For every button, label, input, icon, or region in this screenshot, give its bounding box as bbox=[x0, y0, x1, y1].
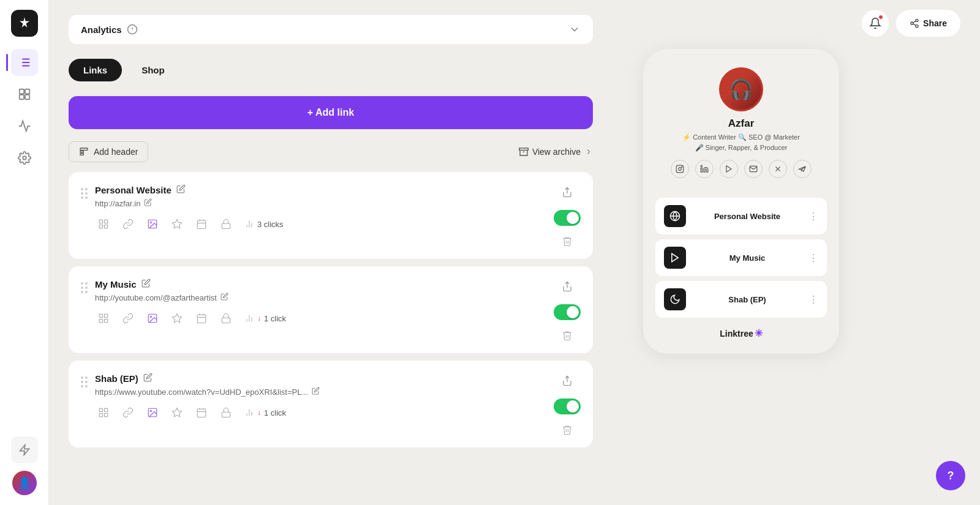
preview-link-shab-ep[interactable]: Shab (EP) ⋮ bbox=[655, 281, 827, 318]
svg-rect-35 bbox=[99, 314, 102, 317]
tool-schedule-1[interactable] bbox=[193, 215, 210, 233]
share-button[interactable]: Share bbox=[896, 10, 960, 37]
card-share-2[interactable] bbox=[562, 281, 573, 294]
toggle-1[interactable] bbox=[554, 210, 581, 226]
preview-link-label-2: My Music bbox=[693, 253, 801, 263]
user-avatar[interactable]: 👤 bbox=[12, 471, 37, 495]
page-wrapper: Share Analytics Links Shop + Add link bbox=[49, 0, 980, 505]
svg-point-40 bbox=[150, 316, 151, 317]
card-delete-3[interactable] bbox=[562, 424, 573, 438]
tool-schedule-3[interactable] bbox=[193, 404, 210, 421]
svg-point-6 bbox=[916, 19, 918, 21]
tab-links[interactable]: Links bbox=[69, 59, 122, 81]
tool-schedule-2[interactable] bbox=[193, 310, 210, 327]
clicks-count-1: 3 clicks bbox=[257, 220, 284, 229]
url-edit-icon-1[interactable] bbox=[144, 198, 152, 208]
drag-handle-2[interactable] bbox=[81, 279, 88, 293]
preview-link-more-2[interactable]: ⋮ bbox=[809, 252, 818, 264]
card-delete-1[interactable] bbox=[562, 236, 573, 249]
url-edit-icon-2[interactable] bbox=[221, 293, 228, 302]
tool-layout-1[interactable] bbox=[95, 215, 112, 233]
svg-rect-14 bbox=[80, 148, 88, 150]
social-icon-x[interactable] bbox=[769, 160, 787, 178]
svg-marker-72 bbox=[726, 166, 731, 173]
sidebar-logo[interactable] bbox=[11, 10, 38, 37]
preview-link-my-music[interactable]: My Music ⋮ bbox=[655, 239, 827, 276]
add-header-button[interactable]: Add header bbox=[69, 141, 148, 162]
tool-link-1[interactable] bbox=[119, 215, 137, 233]
svg-rect-36 bbox=[105, 314, 108, 317]
tool-star-1[interactable] bbox=[168, 215, 186, 233]
card-share-3[interactable] bbox=[562, 375, 573, 389]
url-edit-icon-3[interactable] bbox=[312, 387, 320, 397]
toggle-2[interactable] bbox=[554, 304, 581, 320]
card-edit-icon-1[interactable] bbox=[176, 184, 186, 196]
svg-rect-58 bbox=[197, 409, 206, 417]
preview-link-more-3[interactable]: ⋮ bbox=[809, 294, 818, 305]
sidebar-item-settings[interactable] bbox=[11, 144, 38, 171]
card-delete-2[interactable] bbox=[562, 330, 573, 343]
svg-rect-42 bbox=[197, 315, 206, 323]
notification-button[interactable] bbox=[862, 10, 889, 37]
add-header-label: Add header bbox=[94, 147, 138, 157]
tool-image-2[interactable] bbox=[144, 310, 161, 327]
svg-rect-62 bbox=[222, 412, 230, 417]
help-button[interactable]: ? bbox=[936, 461, 965, 490]
tool-star-3[interactable] bbox=[168, 404, 186, 421]
svg-line-9 bbox=[913, 24, 916, 26]
clicks-count-2: 1 click bbox=[264, 314, 286, 323]
card-url-3: https://www.youtube.com/watch?v=UdHD_epo… bbox=[95, 387, 546, 397]
tool-link-3[interactable] bbox=[119, 404, 137, 421]
add-link-button[interactable]: + Add link bbox=[69, 96, 593, 129]
card-edit-icon-3[interactable] bbox=[143, 373, 153, 384]
preview-link-more-1[interactable]: ⋮ bbox=[809, 211, 818, 222]
tool-image-1[interactable] bbox=[144, 215, 161, 233]
sidebar-item-links[interactable] bbox=[11, 49, 38, 76]
tool-image-3[interactable] bbox=[144, 404, 161, 421]
social-icon-youtube[interactable] bbox=[720, 160, 738, 178]
preview-link-personal-website[interactable]: Personal Website ⋮ bbox=[655, 198, 827, 234]
clicks-count-3: 1 click bbox=[264, 408, 286, 417]
tool-link-2[interactable] bbox=[119, 310, 137, 327]
svg-rect-51 bbox=[99, 408, 102, 411]
drag-handle-3[interactable] bbox=[81, 373, 88, 387]
svg-rect-52 bbox=[105, 408, 108, 411]
tool-layout-3[interactable] bbox=[95, 404, 112, 421]
drag-handle-1[interactable] bbox=[81, 184, 88, 199]
tool-star-2[interactable] bbox=[168, 310, 186, 327]
tool-lock-2[interactable] bbox=[217, 310, 235, 327]
sidebar-item-pages[interactable] bbox=[11, 81, 38, 108]
action-row: Add header View archive bbox=[69, 141, 593, 162]
svg-marker-5 bbox=[20, 445, 29, 455]
tab-shop[interactable]: Shop bbox=[127, 59, 179, 81]
preview-panel: 🎧 Azfar ⚡ Content Writer 🔍 SEO @ Markete… bbox=[612, 0, 870, 505]
tool-lock-3[interactable] bbox=[217, 404, 235, 421]
sidebar-bottom: 👤 bbox=[11, 436, 38, 495]
card-tools-1: 3 clicks bbox=[95, 215, 546, 233]
down-trend-2: ↓ bbox=[257, 314, 261, 323]
card-tools-3: ↓ 1 click bbox=[95, 404, 546, 421]
svg-rect-30 bbox=[222, 223, 230, 228]
card-edit-icon-2[interactable] bbox=[141, 279, 151, 290]
card-share-1[interactable] bbox=[562, 187, 573, 200]
tab-bar: Links Shop bbox=[69, 59, 593, 81]
social-icon-instagram[interactable] bbox=[671, 160, 689, 178]
link-card-shab-ep: Shab (EP) https://www.youtube.com/watch?… bbox=[69, 361, 593, 447]
tool-layout-2[interactable] bbox=[95, 310, 112, 327]
svg-rect-19 bbox=[99, 220, 102, 223]
svg-rect-46 bbox=[222, 318, 230, 323]
social-icons bbox=[671, 160, 812, 178]
clicks-info-2: ↓ 1 click bbox=[244, 313, 286, 323]
sidebar-item-analytics[interactable] bbox=[11, 113, 38, 140]
lightning-button[interactable] bbox=[11, 436, 38, 463]
social-icon-linkedin[interactable] bbox=[695, 160, 714, 178]
view-archive-button[interactable]: View archive bbox=[519, 147, 593, 157]
social-icon-email[interactable] bbox=[744, 160, 763, 178]
svg-rect-3 bbox=[24, 95, 29, 99]
tool-lock-1[interactable] bbox=[217, 215, 235, 233]
svg-rect-2 bbox=[19, 95, 23, 99]
toggle-3[interactable] bbox=[554, 398, 581, 414]
svg-rect-20 bbox=[105, 220, 108, 223]
social-icon-telegram[interactable] bbox=[793, 160, 812, 178]
svg-rect-15 bbox=[80, 151, 83, 153]
